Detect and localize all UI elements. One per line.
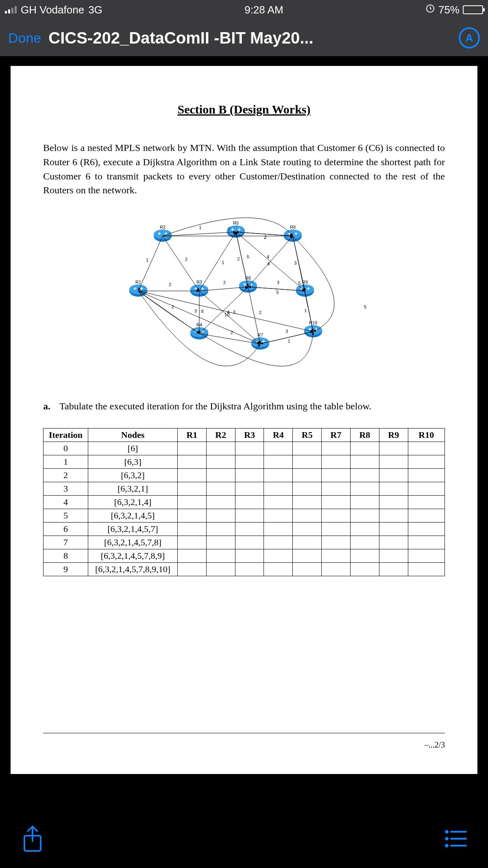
share-icon[interactable] — [20, 824, 45, 855]
svg-point-76 — [446, 838, 447, 840]
table-row: 7[6,3,2,1,4,5,7,8] — [44, 536, 445, 549]
svg-text:5: 5 — [276, 290, 279, 295]
svg-text:3: 3 — [294, 260, 296, 265]
rotation-lock-icon — [425, 4, 435, 16]
svg-text:1: 1 — [146, 258, 148, 262]
bottom-toolbar — [0, 811, 488, 868]
page-divider — [43, 733, 445, 733]
table-header: R1 — [178, 429, 207, 442]
svg-text:4: 4 — [267, 254, 269, 259]
svg-text:2: 2 — [223, 280, 226, 285]
table-header: R9 — [379, 429, 408, 442]
battery-icon — [463, 5, 483, 14]
question-a-number: a. — [43, 401, 53, 412]
svg-text:2: 2 — [237, 256, 240, 261]
question-a: a. Tabulate the executed iteration for t… — [43, 401, 445, 412]
status-left: GH Vodafone 3G — [5, 4, 102, 16]
svg-text:10: 10 — [224, 312, 229, 317]
svg-line-13 — [199, 232, 236, 291]
svg-point-78 — [446, 845, 447, 846]
svg-text:2: 2 — [231, 330, 233, 335]
page-number: –...2/3 — [424, 740, 445, 750]
table-header: R2 — [206, 429, 235, 442]
table-header: R3 — [235, 429, 264, 442]
svg-text:R10: R10 — [309, 320, 317, 325]
section-title: Section B (Design Works) — [43, 103, 445, 116]
svg-text:1: 1 — [304, 308, 307, 313]
svg-text:R9: R9 — [302, 280, 308, 284]
svg-text:3: 3 — [194, 308, 197, 313]
svg-line-57 — [138, 291, 313, 332]
svg-text:R8: R8 — [290, 225, 296, 230]
status-time: 9:28 AM — [244, 4, 283, 16]
svg-text:R7: R7 — [257, 332, 263, 337]
table-header: R5 — [293, 429, 322, 442]
svg-line-7 — [163, 236, 199, 291]
document-page: Section B (Design Works) Below is a nest… — [11, 66, 477, 774]
table-row: 0[6] — [44, 442, 445, 455]
table-row: 2[6,3,2] — [44, 469, 445, 482]
svg-text:R5: R5 — [233, 221, 239, 225]
svg-line-31 — [199, 334, 260, 344]
table-header: R10 — [408, 429, 444, 442]
svg-text:1: 1 — [199, 225, 201, 230]
svg-point-74 — [446, 831, 447, 833]
svg-text:1: 1 — [222, 260, 224, 265]
intro-paragraph: Below is a nested MPLS network by MTN. W… — [43, 141, 445, 197]
table-row: 9[6,3,2,1,4,5,7,8,9,10] — [44, 563, 445, 576]
svg-text:1: 1 — [288, 339, 290, 343]
network-diagram: 1221212243312123243425537581078105 R1R2R… — [114, 210, 374, 385]
svg-text:5: 5 — [364, 304, 366, 309]
table-row: 1[6,3] — [44, 455, 445, 469]
signal-icon — [5, 6, 17, 13]
viewport-gap — [0, 778, 488, 811]
table-header: Iteration — [44, 429, 88, 442]
svg-text:8: 8 — [201, 309, 204, 314]
table-row: 3[6,3,2,1] — [44, 482, 445, 496]
markup-badge-icon[interactable]: A — [459, 27, 480, 48]
svg-text:R1: R1 — [135, 280, 141, 284]
network-type: 3G — [88, 4, 102, 16]
question-a-text: Tabulate the executed iteration for the … — [59, 401, 371, 412]
svg-text:2: 2 — [185, 257, 187, 262]
carrier-name: GH Vodafone — [21, 4, 84, 16]
table-row: 4[6,3,2,1,4] — [44, 496, 445, 509]
table-header: R7 — [322, 429, 351, 442]
table-row: 6[6,3,2,1,4,5,7] — [44, 523, 445, 536]
done-button[interactable]: Done — [8, 30, 41, 46]
svg-text:3: 3 — [233, 310, 235, 315]
document-title: CICS-202_DataComII -BIT May20... — [48, 29, 451, 47]
svg-text:2: 2 — [169, 282, 171, 287]
table-row: 8[6,3,2,1,4,5,7,8,9] — [44, 549, 445, 563]
svg-text:2: 2 — [172, 304, 174, 309]
svg-line-3 — [163, 232, 236, 236]
svg-text:7: 7 — [228, 227, 230, 232]
list-icon[interactable] — [443, 824, 468, 855]
svg-text:3: 3 — [277, 280, 279, 285]
svg-text:R3: R3 — [196, 280, 202, 284]
table-header: Nodes — [88, 429, 178, 442]
svg-text:2: 2 — [264, 235, 266, 240]
svg-text:2: 2 — [259, 310, 261, 315]
svg-text:R4: R4 — [196, 322, 202, 327]
status-right: 75% — [425, 4, 483, 16]
svg-text:5: 5 — [298, 281, 301, 286]
svg-text:4: 4 — [267, 261, 270, 266]
svg-text:3: 3 — [285, 329, 288, 334]
status-bar: GH Vodafone 3G 9:28 AM 75% — [0, 0, 488, 20]
svg-text:R6: R6 — [245, 275, 251, 280]
document-viewport[interactable]: Section B (Design Works) Below is a nest… — [0, 56, 488, 778]
nav-bar: Done CICS-202_DataComII -BIT May20... A — [0, 20, 488, 56]
svg-text:R2: R2 — [160, 225, 166, 230]
table-header: R4 — [264, 429, 293, 442]
svg-text:5: 5 — [247, 254, 249, 259]
svg-line-9 — [138, 236, 163, 291]
battery-percent: 75% — [438, 4, 460, 16]
table-row: 5[6,3,2,1,4,5] — [44, 509, 445, 523]
table-header: R8 — [350, 429, 379, 442]
dijkstra-table: IterationNodesR1R2R3R4R5R7R8R9R10 0[6]1[… — [43, 428, 445, 576]
